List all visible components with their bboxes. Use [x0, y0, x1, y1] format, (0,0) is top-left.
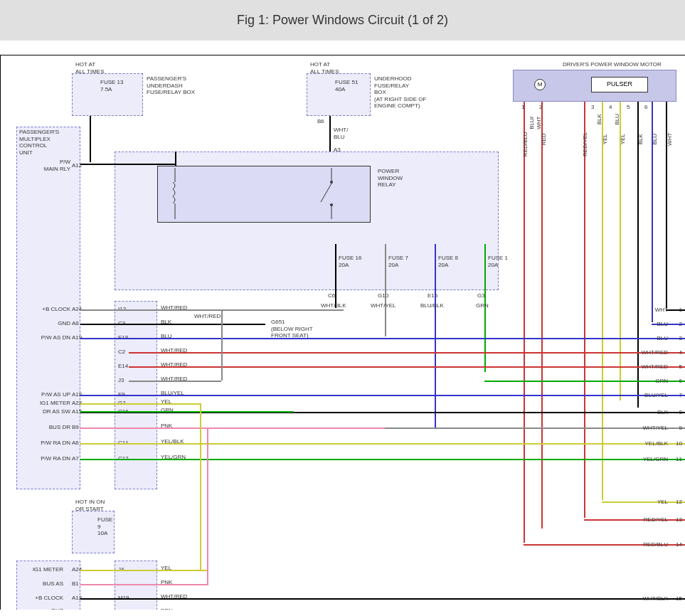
wire-brn-1: BRN [161, 607, 173, 610]
row-wire-13 [584, 519, 685, 521]
underhood-drop [329, 116, 331, 152]
row-wire-2 [80, 324, 265, 325]
g651-label: G651 (BELOW RIGHT FRONT SEAT) [271, 319, 313, 339]
bottom-row-3 [80, 598, 685, 600]
pin-a7: A7 [72, 455, 79, 462]
motor-wire-3 [584, 102, 585, 518]
motor-wire-6 [637, 102, 639, 408]
row-wire-3 [80, 338, 685, 339]
row-wire-9b [385, 428, 685, 429]
motor-wire-5 [620, 102, 621, 400]
row-wire-7 [80, 395, 685, 396]
blu-blk-fuse: BLU/BLK [420, 302, 444, 309]
fuse-1-label: FUSE 1 20A [488, 255, 508, 268]
wht-blk-fuse: WHT/BLK [321, 302, 346, 309]
row-lbl-6: GRN [655, 378, 668, 384]
row-wire-7b [80, 403, 201, 405]
pin-a8: A8 [72, 320, 79, 327]
grn-fuse: GRN [476, 302, 489, 309]
row-wire-5 [129, 366, 685, 368]
row-wire-11 [80, 459, 685, 460]
pin-a2: A2 [72, 609, 79, 610]
fuse8-drop [435, 244, 436, 429]
motor-symbol-icon: M [534, 79, 546, 90]
row-lbl-11: YEL/GRN [643, 456, 668, 462]
figure-title: Fig 1: Power Windows Circuit (1 of 2) [0, 0, 685, 41]
motor-color-blu2: BLU [652, 134, 659, 145]
motor-pin-1: 1 [521, 104, 524, 111]
motor-color-redblu: RED/BLU [522, 132, 529, 156]
row-lbl-4: WHT/RED [642, 349, 668, 356]
relay-coil-up [175, 152, 176, 166]
wiring-diagram: HOT AT ALL TIMES FUSE 13 7.5A PASSENGER'… [0, 55, 685, 610]
fuse-51-label: FUSE 51 40A [335, 79, 358, 92]
pin-a6: A6 [72, 440, 79, 447]
drivers-motor-label: DRIVER'S POWER WINDOW MOTOR [563, 61, 662, 68]
row-lbl-3: BLU [657, 335, 668, 341]
row-lbl-1: WHT [655, 307, 668, 313]
motor-color-yel2: YEL [620, 134, 627, 144]
relay-symbol-icon: 4 3 1 2 [161, 168, 367, 221]
row-num-11: 11 [676, 456, 682, 462]
row-lbl-7: BLU/YEL [644, 392, 668, 398]
multiplex-to-relay [80, 164, 176, 165]
pin-b1: B1 [72, 580, 79, 588]
underhood-fusebox-label: UNDERHOOD FUSE/RELAY BOX (AT RIGHT SIDE … [374, 75, 426, 110]
fuse-16-label: FUSE 16 20A [339, 255, 361, 268]
pin-pw-ra-dn: P/W RA DN [29, 440, 70, 447]
motor-wire-2 [541, 102, 543, 529]
pin-pw-as-up: P/W AS UP [29, 391, 70, 398]
motor-color-yel1: YEL [602, 134, 609, 144]
pin-bus-as: BUS AS [22, 580, 63, 588]
pnk-bus-vert [207, 428, 208, 584]
row-lbl-10: YEL/BLK [645, 440, 668, 447]
motor-wire-1 [524, 102, 525, 543]
pin-e14: E14 [118, 363, 128, 370]
motor-color-redyel: RED/YEL [582, 132, 589, 156]
pin-bus-door-dr: BUS (DOOR/DR) [22, 607, 63, 610]
g10-pin: G10 [378, 292, 388, 299]
bottom-row-1 [80, 570, 208, 571]
pin-b-clock: +B CLOCK [29, 306, 70, 313]
row-num-9: 9 [679, 425, 682, 431]
motor-color-wht2: WHT [667, 133, 674, 146]
row-num-3: 3 [679, 335, 682, 341]
fuse-8-label: FUSE 8 20A [438, 255, 458, 268]
pin-pw-as-dn: P/W AS DN [29, 334, 70, 341]
wht-yel-fuse: WHT/YEL [371, 302, 396, 309]
wht-blu-label: WHT/ BLU [334, 127, 348, 140]
motor-pin-2: 2 [539, 104, 542, 111]
pin-gnd: GND [29, 320, 70, 327]
hot-all-times-label-1: HOT AT ALL TIMES [75, 61, 104, 75]
row-num-6: 6 [679, 378, 682, 384]
row-lbl-9: WHT/YEL [642, 425, 668, 431]
svg-point-5 [330, 203, 333, 206]
pin-h14: H14 [118, 609, 129, 610]
row-lbl-8: BLK [657, 409, 668, 415]
bottom-row-2 [80, 584, 208, 585]
motor-color-red: RED [541, 133, 548, 145]
motor-pin-4: 4 [609, 104, 612, 111]
fuse-9-label: FUSE 9 10A [97, 516, 112, 537]
c6-pin: C6 [328, 292, 335, 299]
pin-b-clock-2: +B CLOCK [22, 595, 63, 602]
hot-ig-on-label: HOT IN ON OR START [75, 499, 105, 512]
svg-line-4 [321, 184, 331, 202]
motor-color-blu3: BLU [614, 114, 621, 125]
fuse-13-label: FUSE 13 7.5A [100, 79, 123, 92]
motor-color-blk2: BLK [596, 114, 603, 124]
whtred-bus-vert [221, 309, 223, 381]
row-wire-6a [129, 381, 221, 382]
motor-color-bluwht: BLU/ WHT [529, 116, 542, 129]
svg-point-3 [330, 181, 333, 184]
row-num-5: 5 [679, 363, 682, 370]
pw-main-rly-label: P/W MAIN RLY [36, 159, 70, 172]
row-num-1: 1 [679, 307, 682, 313]
row-num-7: 7 [679, 392, 682, 398]
row-lbl-12: YEL [657, 499, 668, 505]
pin-j3: J3 [118, 377, 124, 384]
row-lbl-13: RED/YEL [644, 516, 668, 523]
row-num-2: 2 [679, 321, 682, 327]
pin-pw-ra-dn-2: P/W RA DN [29, 455, 70, 462]
motor-color-blk1: BLK [637, 134, 644, 144]
